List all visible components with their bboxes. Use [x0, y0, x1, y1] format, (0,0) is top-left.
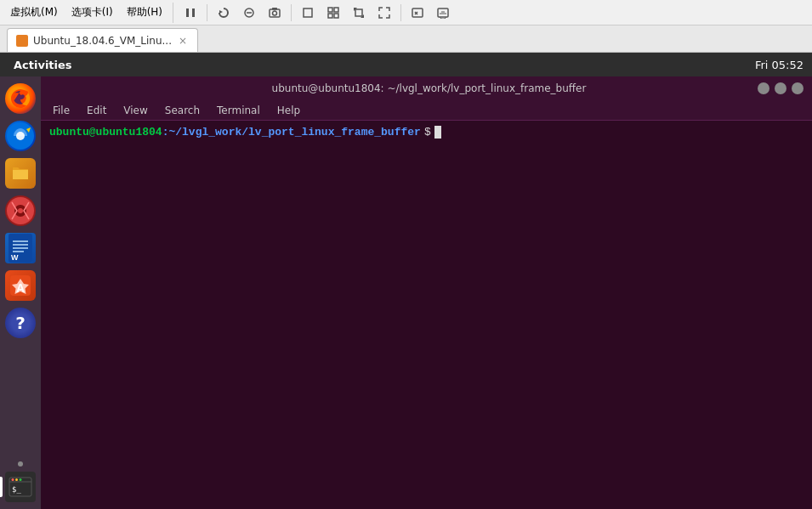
- vm-tab-label: Ubuntu_18.04.6_VM_Linu...: [33, 35, 172, 47]
- terminal-cursor: [434, 126, 441, 139]
- vm-tab[interactable]: Ubuntu_18.04.6_VM_Linu... ×: [7, 28, 198, 52]
- gnome-topbar: Activities Fri 05:52: [0, 53, 812, 76]
- svg-point-20: [16, 132, 25, 140]
- terminal-menubar: File Edit View Search Terminal Help: [41, 100, 812, 121]
- window-controls: [758, 82, 803, 94]
- svg-rect-10: [334, 8, 338, 12]
- window-minimize-button[interactable]: [758, 82, 769, 94]
- fullscreen-button[interactable]: [296, 3, 320, 23]
- unity-sidebar: W A ?: [0, 76, 41, 509]
- reset-button[interactable]: [212, 3, 236, 23]
- svg-text:A: A: [16, 281, 25, 295]
- files-icon: [5, 158, 36, 189]
- terminal-icon: $_: [5, 472, 36, 502]
- snapshot-button[interactable]: [263, 3, 287, 23]
- terminal-prompt-line: ubuntu@ubuntu1804 :~/lvgl_work/lv_port_l…: [49, 126, 803, 139]
- seamless-button[interactable]: [321, 3, 345, 23]
- terminal-title: ubuntu@ubuntu1804: ~/lvgl_work/lv_port_l…: [100, 82, 758, 94]
- svg-rect-11: [328, 14, 332, 18]
- vbox-toolbar: [173, 3, 455, 23]
- svg-point-23: [18, 208, 23, 213]
- svg-rect-8: [304, 8, 312, 17]
- svg-text:$_: $_: [12, 485, 21, 494]
- rhythmbox-icon: [5, 195, 36, 226]
- window-close-button[interactable]: [792, 82, 803, 94]
- ubuntu-desktop: Activities Fri 05:52: [0, 53, 812, 509]
- terminal-menu-terminal[interactable]: Terminal: [210, 103, 267, 118]
- terminal-menu-file[interactable]: File: [46, 103, 77, 118]
- terminal-titlebar: ubuntu@ubuntu1804: ~/lvgl_work/lv_port_l…: [41, 76, 812, 100]
- toolbar-separator-1: [207, 4, 207, 21]
- svg-rect-0: [186, 8, 189, 17]
- launcher-rhythmbox[interactable]: [3, 194, 37, 228]
- svg-rect-9: [328, 8, 332, 12]
- toolbar-separator-2: [291, 4, 292, 21]
- launcher-terminal[interactable]: $_: [3, 470, 37, 504]
- firefox-icon: [5, 83, 36, 114]
- gnome-clock: Fri 05:52: [755, 59, 803, 71]
- vbox-menu-tabs[interactable]: 选项卡(I): [65, 2, 120, 23]
- terminal-menu-help[interactable]: Help: [270, 103, 307, 118]
- launcher-appcenter[interactable]: A: [3, 269, 37, 303]
- svg-rect-1: [192, 8, 195, 17]
- vbox-menu-vm[interactable]: 虚拟机(M): [3, 2, 65, 23]
- prompt-user-host: ubuntu@ubuntu1804: [49, 126, 162, 139]
- appcenter-icon: A: [5, 270, 36, 301]
- prompt-path: :~/lvgl_work/lv_port_linux_frame_buffer: [162, 126, 421, 139]
- scale-button[interactable]: [347, 3, 371, 23]
- launcher-thunderbird[interactable]: [3, 119, 37, 153]
- svg-rect-17: [438, 8, 448, 17]
- vm-tab-icon: [16, 35, 28, 47]
- writer-icon: W: [5, 233, 36, 263]
- svg-text:W: W: [11, 253, 19, 262]
- prompt-dollar: $: [424, 126, 431, 139]
- svg-point-37: [20, 478, 22, 481]
- svg-point-35: [12, 478, 14, 481]
- terminal-menu-edit[interactable]: Edit: [80, 103, 113, 118]
- thunderbird-icon: [5, 121, 36, 151]
- pause-button[interactable]: [179, 3, 202, 23]
- console-button[interactable]: [406, 3, 429, 23]
- svg-rect-7: [272, 8, 277, 10]
- autosize-button[interactable]: [372, 3, 396, 23]
- launcher-files[interactable]: [3, 156, 37, 190]
- help-icon: ?: [5, 308, 36, 338]
- vbox-menubar: 虚拟机(M) 选项卡(I) 帮助(H): [0, 0, 812, 25]
- terminal-window: ubuntu@ubuntu1804: ~/lvgl_work/lv_port_l…: [41, 76, 812, 509]
- discard-button[interactable]: [237, 3, 261, 23]
- svg-rect-13: [355, 9, 362, 16]
- launcher-help[interactable]: ?: [3, 306, 37, 340]
- ubuntu-main: W A ?: [0, 76, 812, 509]
- screen-button[interactable]: [431, 3, 455, 23]
- window-maximize-button[interactable]: [775, 82, 786, 94]
- launcher-writer[interactable]: W: [3, 231, 37, 265]
- terminal-body[interactable]: ubuntu@ubuntu1804 :~/lvgl_work/lv_port_l…: [41, 121, 812, 509]
- svg-rect-12: [334, 14, 338, 18]
- sidebar-bottom: $_: [3, 460, 37, 504]
- terminal-menu-view[interactable]: View: [116, 103, 154, 118]
- terminal-menu-search[interactable]: Search: [158, 103, 207, 118]
- svg-point-36: [15, 478, 18, 481]
- launcher-firefox[interactable]: [3, 82, 37, 116]
- gnome-activities-button[interactable]: Activities: [9, 59, 77, 71]
- svg-point-6: [273, 11, 277, 15]
- vm-tab-close[interactable]: ×: [177, 34, 189, 48]
- toolbar-separator-3: [400, 4, 401, 21]
- vbox-tabbar: Ubuntu_18.04.6_VM_Linu... ×: [0, 25, 812, 53]
- vbox-menu-help[interactable]: 帮助(H): [120, 2, 169, 23]
- sidebar-dot: [18, 461, 23, 467]
- svg-marker-2: [219, 10, 223, 14]
